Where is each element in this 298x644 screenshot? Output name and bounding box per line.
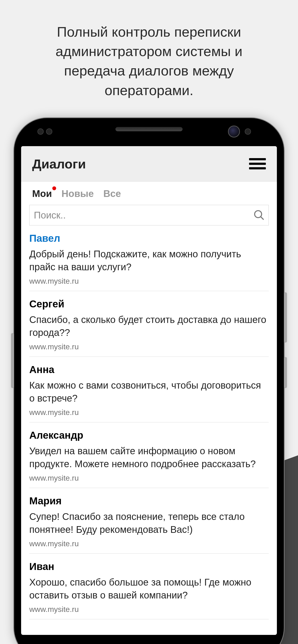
dialog-source-site: www.mysite.ru — [29, 342, 269, 351]
search-input[interactable] — [34, 210, 253, 221]
dialog-source-site: www.mysite.ru — [29, 539, 269, 548]
search-icon — [253, 209, 265, 221]
dialog-preview-text: Хорошо, спасибо большое за помощь! Где м… — [29, 576, 269, 602]
dialog-item[interactable]: АлександрУвидел на вашем сайте информаци… — [29, 422, 269, 488]
dialog-item[interactable]: СергейСпасибо, а сколько будет стоить до… — [29, 291, 269, 357]
device-frame: Диалоги Мои Новые Все ПавелДобрый день! … — [14, 118, 284, 644]
dialog-source-site: www.mysite.ru — [29, 408, 269, 417]
dialog-source-site: www.mysite.ru — [29, 605, 269, 614]
dialog-item[interactable]: МарияСупер! Спасибо за пояснение, теперь… — [29, 488, 269, 554]
hamburger-line-icon — [249, 158, 266, 160]
dialog-preview-text: Добрый день! Подскажите, как можно получ… — [29, 248, 269, 273]
menu-button[interactable] — [249, 156, 266, 172]
front-camera-icon — [228, 126, 240, 138]
sensor-dot-icon — [46, 128, 52, 135]
dialog-item[interactable]: АннаКак можно с вами созвониться, чтобы … — [29, 357, 269, 422]
dialog-contact-name: Иван — [29, 561, 269, 572]
dialog-preview-text: Супер! Спасибо за пояснение, теперь все … — [29, 510, 269, 536]
dialog-preview-text: Увидел на вашем сайте информацию о новом… — [29, 444, 269, 470]
svg-line-1 — [261, 216, 264, 220]
volume-button — [11, 333, 14, 388]
svg-point-0 — [255, 210, 261, 218]
hamburger-line-icon — [249, 163, 266, 165]
camera-cluster — [228, 126, 251, 138]
dialog-contact-name: Александр — [29, 430, 269, 441]
dialog-item[interactable]: ИванХорошо, спасибо большое за помощь! Г… — [29, 554, 269, 619]
power-button — [284, 292, 287, 342]
tab-new[interactable]: Новые — [61, 188, 94, 199]
speaker-icon — [115, 127, 183, 131]
dialog-preview-text: Спасибо, а сколько будет стоить доставка… — [29, 313, 269, 339]
sensor-dot-icon — [37, 128, 44, 135]
dialog-item[interactable]: ПавелДобрый день! Подскажите, как можно … — [29, 226, 269, 291]
sensor-dot-icon — [245, 128, 251, 135]
search-box[interactable] — [29, 205, 269, 226]
dialog-preview-text: Как можно с вами созвониться, чтобы дого… — [29, 379, 269, 405]
proximity-sensors — [37, 128, 52, 135]
app-screen: Диалоги Мои Новые Все ПавелДобрый день! … — [21, 146, 277, 635]
dialog-source-site: www.mysite.ru — [29, 474, 269, 482]
tab-my[interactable]: Мои — [32, 188, 52, 199]
dialog-source-site: www.mysite.ru — [29, 277, 269, 286]
dialog-contact-name: Сергей — [29, 298, 269, 310]
page-title: Диалоги — [32, 156, 86, 171]
tab-bar: Мои Новые Все — [21, 182, 277, 202]
tab-all[interactable]: Все — [103, 188, 121, 199]
notification-badge-icon — [52, 186, 56, 190]
dialog-contact-name: Павел — [29, 233, 269, 244]
side-button — [284, 357, 287, 388]
tab-label: Мои — [32, 188, 52, 199]
hamburger-line-icon — [249, 167, 266, 170]
dialog-list: ПавелДобрый день! Подскажите, как можно … — [21, 226, 277, 619]
app-header: Диалоги — [21, 146, 277, 182]
dialog-contact-name: Анна — [29, 364, 269, 376]
marketing-caption: Полный контроль переписки администраторо… — [0, 22, 298, 100]
dialog-contact-name: Мария — [29, 495, 269, 507]
